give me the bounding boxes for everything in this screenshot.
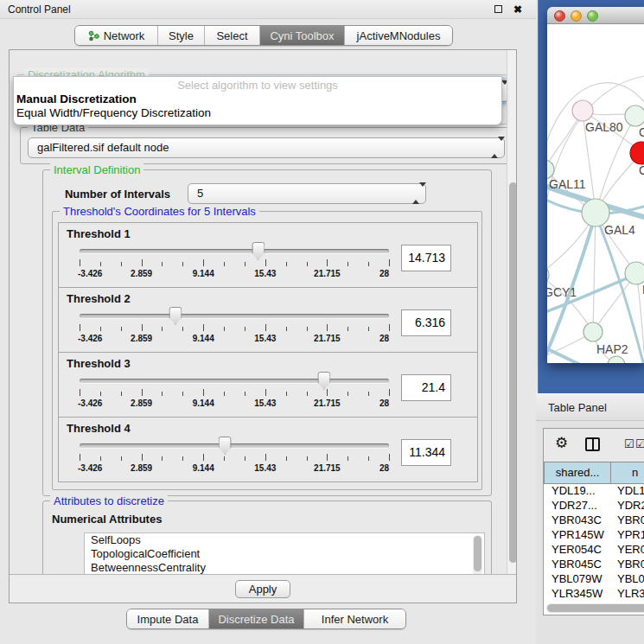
attribute-list-item[interactable]: BetweennessCentrality <box>85 561 484 574</box>
tab-cyni-toolbox[interactable]: Cyni Toolbox <box>260 26 345 45</box>
slider-handle[interactable] <box>169 307 182 325</box>
minimize-traffic-icon[interactable] <box>571 10 582 22</box>
float-window-icon[interactable] <box>494 5 502 13</box>
column-header-name[interactable]: n <box>611 462 644 484</box>
network-node[interactable] <box>608 356 625 363</box>
network-node[interactable] <box>625 262 644 284</box>
slider-tick-labels: -3.4262.8599.14415.4321.71528 <box>80 399 389 409</box>
slider-tick-labels: -3.4262.8599.14415.4321.71528 <box>80 334 389 344</box>
apply-button[interactable]: Apply <box>235 580 290 598</box>
numerical-attributes-list[interactable]: SelfLoopsTopologicalCoefficientBetweenne… <box>84 532 485 574</box>
table-row[interactable]: YLR345WYLR3 <box>544 587 644 602</box>
threshold-slider[interactable]: -3.4262.8599.14415.4321.71528 <box>80 370 389 417</box>
node-label: GA <box>639 125 644 139</box>
column-header-shared-name[interactable]: shared... <box>544 462 611 484</box>
control-panel-titlebar: Control Panel ✖ <box>0 0 536 19</box>
threshold-panel-2: Threshold 2 -3.4262.8599.14415.4321.7152… <box>58 287 478 353</box>
threshold-label: Threshold 4 <box>67 422 131 435</box>
close-icon[interactable]: ✖ <box>513 4 522 15</box>
scrollbar-thumb[interactable] <box>509 182 516 563</box>
attribute-list-item[interactable]: TopologicalCoefficient <box>85 547 484 561</box>
tab-style[interactable]: Style <box>158 26 205 45</box>
group-title: Interval Definition <box>50 163 143 176</box>
network-node[interactable] <box>583 322 603 341</box>
threshold-panel-3: Threshold 3 -3.4262.8599.14415.4321.7152… <box>58 352 478 418</box>
scrollbar-thumb[interactable] <box>474 536 481 571</box>
slider-track[interactable] <box>80 249 389 253</box>
threshold-value-field[interactable]: 6.316 <box>401 309 451 336</box>
table-row[interactable]: YER054CYER0 <box>544 543 644 558</box>
table-panel-title: Table Panel <box>536 401 607 414</box>
tab-select[interactable]: Select <box>205 26 260 45</box>
tab-jactivemnodules[interactable]: jActiveMNodules <box>345 26 452 45</box>
threshold-slider[interactable]: -3.4262.8599.14415.4321.71528 <box>80 435 389 481</box>
table-row[interactable]: YDR27...YDR2 <box>544 499 644 513</box>
panel-title: Control Panel <box>0 3 494 16</box>
dropdown-option-manual[interactable]: Manual Discretization <box>14 92 501 106</box>
table-rows: YDL19...YDL1YDR27...YDR2YBR043CYBR0YPR14… <box>544 484 644 615</box>
threshold-value-field[interactable]: 21.4 <box>401 374 451 401</box>
gear-icon[interactable]: ⚙ <box>555 436 568 450</box>
threshold-value-field[interactable]: 11.344 <box>401 439 451 466</box>
slider-track[interactable] <box>80 314 389 318</box>
threshold-value-field[interactable]: 14.713 <box>401 245 451 271</box>
number-of-intervals-label: Number of Intervals <box>61 188 170 201</box>
table-horizontal-scrollbar[interactable] <box>546 603 644 613</box>
network-node[interactable] <box>572 100 593 121</box>
table-row[interactable]: YBL079WYBL0 <box>544 572 644 587</box>
panel-scrollbar[interactable] <box>507 50 516 574</box>
slider-ticks <box>80 259 389 267</box>
node-label: GAL80 <box>585 120 623 134</box>
tab-infer-network[interactable]: Infer Network <box>304 609 405 628</box>
split-columns-icon[interactable] <box>585 437 600 451</box>
network-node[interactable] <box>625 105 644 126</box>
node-label: GCY1 <box>547 285 577 299</box>
checkbox-checked-icon[interactable]: ☑ <box>624 438 634 450</box>
combo-stepper-icon <box>412 184 421 203</box>
tab-impute-data[interactable]: Impute Data <box>127 609 209 628</box>
checkbox-checked-icon[interactable]: ☑ <box>635 438 644 450</box>
table-row[interactable]: YBR045CYBR0 <box>544 558 644 572</box>
cyni-bottom-tabs: Impute Data Discretize Data Infer Networ… <box>126 609 406 629</box>
tab-label: Network <box>104 29 145 42</box>
close-traffic-icon[interactable] <box>554 10 565 22</box>
slider-ticks <box>80 454 389 462</box>
zoom-traffic-icon[interactable] <box>587 10 598 22</box>
list-scrollbar[interactable] <box>473 535 482 574</box>
network-window-frame: GAL80GACGAL11GAL4GCY1HHAP2 <box>538 0 644 393</box>
interval-definition-group: Interval Definition Number of Intervals … <box>42 169 492 496</box>
network-view-window: GAL80GACGAL11GAL4GCY1HHAP2 <box>547 7 644 363</box>
network-graph: GAL80GACGAL11GAL4GCY1HHAP2 <box>547 24 644 363</box>
threshold-panel-4: Threshold 4 -3.4262.8599.14415.4321.7152… <box>58 417 478 482</box>
table-data-group: Table Data galFiltered.sif default node <box>20 127 513 164</box>
threshold-slider[interactable]: -3.4262.8599.14415.4321.71528 <box>80 240 389 287</box>
slider-track[interactable] <box>80 443 389 448</box>
threshold-panel-1: Threshold 1 -3.4262.8599.14415.4321.7152… <box>58 222 478 288</box>
slider-handle[interactable] <box>252 242 265 260</box>
attribute-list-item[interactable]: SelfLoops <box>85 533 484 547</box>
table-row[interactable]: YBR043CYBR0 <box>544 513 644 528</box>
threshold-slider[interactable]: -3.4262.8599.14415.4321.71528 <box>80 305 389 352</box>
group-title: Attributes to discretize <box>50 494 168 507</box>
slider-handle[interactable] <box>219 437 232 455</box>
threshold-label: Threshold 2 <box>67 292 131 305</box>
table-data-combobox[interactable]: galFiltered.sif default node <box>28 137 505 158</box>
table-panel-titlebar: Table Panel <box>536 393 644 421</box>
scrollbar-thumb[interactable] <box>547 604 644 612</box>
table-row[interactable]: YDL19...YDL1 <box>544 484 644 499</box>
slider-track[interactable] <box>80 379 389 383</box>
tab-network[interactable]: Network <box>75 26 158 45</box>
network-canvas[interactable]: GAL80GACGAL11GAL4GCY1HHAP2 <box>547 24 644 363</box>
dropdown-option-equal-width[interactable]: Equal Width/Frequency Discretization <box>14 106 501 120</box>
number-of-intervals-combobox[interactable]: 5 <box>188 183 426 204</box>
network-window-titlebar[interactable] <box>547 7 644 24</box>
tab-discretize-data[interactable]: Discretize Data <box>209 609 304 628</box>
table-panel-body: ⚙ ☑ ☑ shared... n YDL19...YDL1YDR27...YD… <box>536 421 644 644</box>
screen: Control Panel ✖ Network Style Select Cyn… <box>0 0 644 644</box>
slider-ticks <box>80 389 389 397</box>
table-row[interactable]: YPR145WYPR1 <box>544 528 644 543</box>
threshold-label: Threshold 3 <box>67 357 131 370</box>
threshold-label: Threshold 1 <box>67 227 131 240</box>
slider-handle[interactable] <box>317 372 330 390</box>
node-label: GAL4 <box>604 223 635 237</box>
